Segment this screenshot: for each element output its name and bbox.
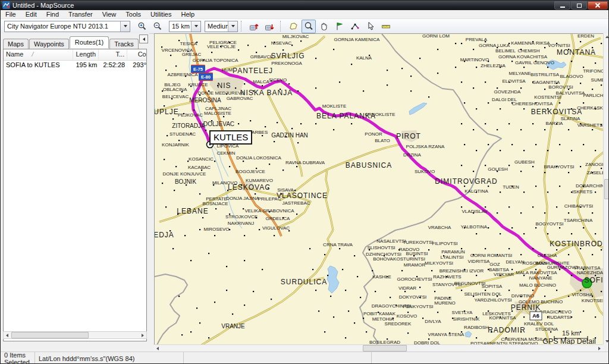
menu-item-edit[interactable]: Edit xyxy=(21,10,42,18)
pan-hand-icon xyxy=(319,21,329,31)
collapse-panel-button[interactable] xyxy=(139,34,148,43)
map-label: DRAGICHEVO xyxy=(539,309,572,315)
column-header-length[interactable]: Length xyxy=(73,49,99,60)
map-label: GORNJA KAMENICA xyxy=(334,37,380,42)
scroll-down-arrow[interactable] xyxy=(604,338,609,344)
map-label: IVANYANE xyxy=(529,275,552,281)
map-label: LESKOVAC xyxy=(228,183,271,192)
map-label: BELICEVAC xyxy=(162,94,189,99)
menu-bar: FileEditFindTransferViewToolsUtilitiesHe… xyxy=(1,10,609,19)
tab-waypoints[interactable]: Waypoints xyxy=(29,39,69,49)
map-label: GOVEZHDA xyxy=(494,89,521,95)
map-label: SVRLJIG xyxy=(271,52,304,60)
map-label: BOROVTSI xyxy=(548,84,573,90)
panel-horizontal-scrollbar[interactable] xyxy=(3,331,147,339)
menu-item-help[interactable]: Help xyxy=(176,10,199,18)
window-title: Untitled - MapSource xyxy=(12,1,74,10)
menu-item-utilities[interactable]: Utilities xyxy=(146,10,176,18)
map-label: DIMITROVGRAD xyxy=(435,177,497,186)
zoom-tool-icon xyxy=(304,21,313,31)
scroll-up-arrow[interactable] xyxy=(604,33,609,40)
map-label: MALO BUCHINO xyxy=(519,283,556,288)
maximize-icon xyxy=(577,4,582,8)
map-label: NASALEVTSI xyxy=(376,239,406,244)
scroll-left-arrow[interactable] xyxy=(154,345,161,352)
menu-item-transfer[interactable]: Transfer xyxy=(64,10,98,18)
map-label: BISTRILITSA xyxy=(530,72,559,77)
map-label: ZASELE xyxy=(587,170,604,175)
map-label: PREKONOGA xyxy=(271,61,302,66)
map-canvas[interactable]: TESICAPELIGRACEVELE POLJEVRCENOVICAGREJA… xyxy=(154,33,604,345)
scroll-right-arrow[interactable] xyxy=(139,332,146,338)
map-horizontal-scrollbar[interactable] xyxy=(154,344,603,352)
pan-tool-button[interactable] xyxy=(317,20,331,33)
data-panel: MapsWaypointsRoutes(1)Tracks Name/Length… xyxy=(1,33,149,352)
map-label: KOSANCIC xyxy=(189,156,214,162)
scroll-thumb[interactable] xyxy=(363,345,407,352)
map-label: TESICA xyxy=(180,41,197,46)
ruler-icon xyxy=(381,21,391,31)
route-tool-button[interactable] xyxy=(348,20,362,33)
column-header-cours[interactable]: Cours xyxy=(127,49,147,60)
route-tool-icon xyxy=(350,21,360,31)
zoom-in-button[interactable] xyxy=(135,20,149,33)
menu-item-view[interactable]: View xyxy=(98,10,121,18)
close-button[interactable] xyxy=(588,1,608,10)
map-vertical-scrollbar[interactable] xyxy=(603,33,609,344)
zoom-tool-button[interactable] xyxy=(302,20,316,33)
map-product-dropdown[interactable]: City Navigator Europe NTU 2013.1 xyxy=(4,21,130,32)
map-label: GRDELICA xyxy=(266,216,290,221)
map-label: STROJKOVCE xyxy=(225,214,258,219)
map-label: BARZIA xyxy=(546,121,563,126)
map-scale-dropdown[interactable]: 15 km xyxy=(169,21,201,32)
column-header-name[interactable]: Name/ xyxy=(4,49,73,60)
map-label: KAMENNA RIKSA xyxy=(511,40,550,46)
waypoint-tool-button[interactable] xyxy=(332,20,347,33)
map-label: GORNJA TOPONICA xyxy=(193,58,238,63)
map-tool-button[interactable] xyxy=(286,20,300,33)
scroll-left-arrow[interactable] xyxy=(4,332,11,338)
map-label: ERDEN xyxy=(577,34,594,39)
receive-from-device-button[interactable] xyxy=(262,20,277,33)
distance-tool-button[interactable] xyxy=(379,20,393,33)
tab-maps[interactable]: Maps xyxy=(3,39,29,49)
menu-item-find[interactable]: Find xyxy=(42,10,64,18)
maximize-button[interactable] xyxy=(571,1,587,10)
map-label: GORNI LOM xyxy=(422,34,450,39)
map-label: LYALINTSI xyxy=(441,255,464,260)
map-label: BLAGOVO xyxy=(560,74,583,79)
toolbar: City Navigator Europe NTU 2013.1 15 km M… xyxy=(1,19,609,34)
routes-list: Name/LengthT...Cours SOFIA to KUTLES195 … xyxy=(3,49,147,341)
scroll-thumb[interactable] xyxy=(11,332,89,338)
minimize-button[interactable] xyxy=(554,1,570,10)
map-label: VIGULOVAC xyxy=(262,225,290,231)
map-label: PEJKOVAC xyxy=(178,112,203,118)
map-label: GORNI ROMANTSI xyxy=(470,253,513,258)
map-label: TUREKOVTSI xyxy=(403,240,433,245)
table-header[interactable]: Name/LengthT...Cours xyxy=(4,49,147,61)
selection-tool-button[interactable] xyxy=(363,20,378,33)
map-label: BEGUNOVTSI xyxy=(454,281,485,286)
map-detail-dropdown[interactable]: Medium xyxy=(205,21,238,32)
map-label: DOBARCHIN xyxy=(576,183,604,189)
waypoint-label-kutles[interactable]: KUTLES xyxy=(209,130,252,145)
tab-routes[interactable]: Routes(1) xyxy=(70,36,109,48)
scroll-right-arrow[interactable] xyxy=(596,345,603,352)
scroll-thumb[interactable] xyxy=(604,179,609,199)
map-label: DRZINA xyxy=(403,152,421,158)
send-to-device-button[interactable] xyxy=(247,20,261,33)
map-label: SELISHTEN DOL xyxy=(464,291,501,297)
table-row[interactable]: SOFIA to KUTLES195 km2:52:28293° tru xyxy=(4,60,147,70)
tab-tracks[interactable]: Tracks xyxy=(109,39,139,49)
map-label: BUSINTSI xyxy=(406,251,428,256)
position-format-status: Lat/Lon hddd°mm'ss.s"(WGS 84) xyxy=(35,352,184,364)
map-label: MOKLISTE xyxy=(322,103,346,109)
map-label: LEBANE xyxy=(177,207,208,215)
menu-item-file[interactable]: File xyxy=(1,10,21,18)
map-label: VRANYA STENA xyxy=(428,332,464,337)
map-label: GRBAVCE xyxy=(250,54,274,59)
map-label: PENKYOVTSI xyxy=(403,304,433,309)
column-header-t[interactable]: T... xyxy=(99,49,127,60)
zoom-out-button[interactable] xyxy=(150,20,165,33)
menu-item-tools[interactable]: Tools xyxy=(121,10,146,18)
